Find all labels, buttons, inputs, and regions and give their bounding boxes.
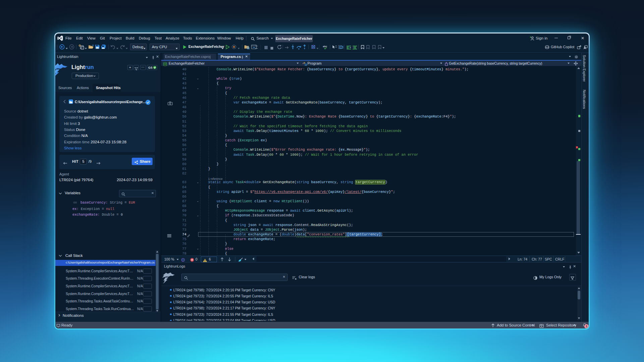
svg-text:?: ? bbox=[353, 47, 354, 49]
svg-text:abc: abc bbox=[323, 45, 327, 48]
